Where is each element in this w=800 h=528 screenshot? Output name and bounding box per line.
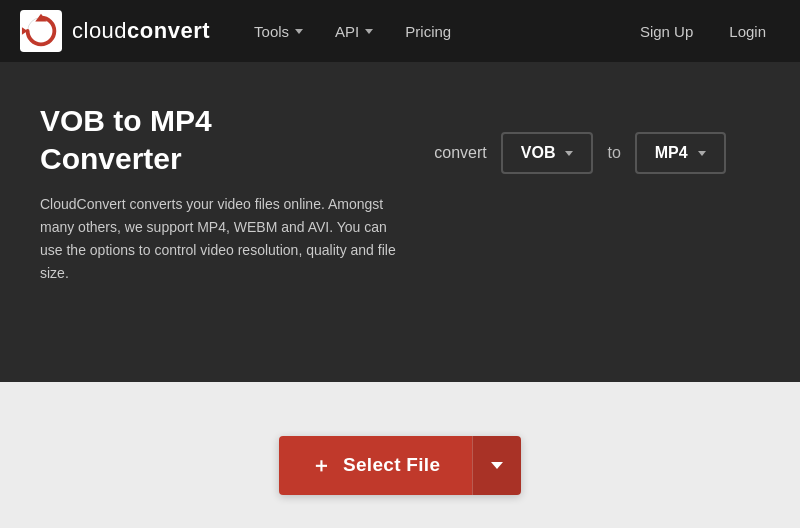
select-file-dropdown-button[interactable] xyxy=(472,436,521,495)
brand-plain: cloud xyxy=(72,18,127,43)
brand-bold: convert xyxy=(127,18,210,43)
nav-right: Sign Up Login xyxy=(626,15,780,48)
nav-signup[interactable]: Sign Up xyxy=(626,15,707,48)
chevron-down-icon xyxy=(365,29,373,34)
select-file-container: ＋ Select File xyxy=(279,436,522,495)
to-format-button[interactable]: MP4 xyxy=(635,132,726,174)
hero-right: convert VOB to MP4 xyxy=(400,102,760,174)
from-format-label: VOB xyxy=(521,144,556,162)
brand-logo[interactable]: cloudconvert xyxy=(20,10,210,52)
logo-icon xyxy=(20,10,62,52)
nav-links: Tools API Pricing xyxy=(240,15,626,48)
chevron-down-icon xyxy=(295,29,303,34)
hero-section: VOB to MP4Converter CloudConvert convert… xyxy=(0,62,800,382)
chevron-down-white-icon xyxy=(491,462,503,469)
navbar: cloudconvert Tools API Pricing Sign Up L… xyxy=(0,0,800,62)
select-file-label: Select File xyxy=(343,454,440,476)
chevron-down-icon xyxy=(565,151,573,156)
select-file-button[interactable]: ＋ Select File xyxy=(279,436,473,495)
bottom-section: ＋ Select File xyxy=(0,382,800,528)
chevron-down-icon xyxy=(698,151,706,156)
hero-left: VOB to MP4Converter CloudConvert convert… xyxy=(40,102,400,285)
nav-api[interactable]: API xyxy=(321,15,387,48)
to-format-label: MP4 xyxy=(655,144,688,162)
nav-pricing[interactable]: Pricing xyxy=(391,15,465,48)
brand-text: cloudconvert xyxy=(72,18,210,44)
nav-login[interactable]: Login xyxy=(715,15,780,48)
convert-label: convert xyxy=(434,144,486,162)
from-format-button[interactable]: VOB xyxy=(501,132,594,174)
hero-description: CloudConvert converts your video files o… xyxy=(40,193,400,285)
file-plus-icon: ＋ xyxy=(311,452,331,479)
nav-tools[interactable]: Tools xyxy=(240,15,317,48)
hero-title: VOB to MP4Converter xyxy=(40,102,400,177)
to-label: to xyxy=(607,144,620,162)
